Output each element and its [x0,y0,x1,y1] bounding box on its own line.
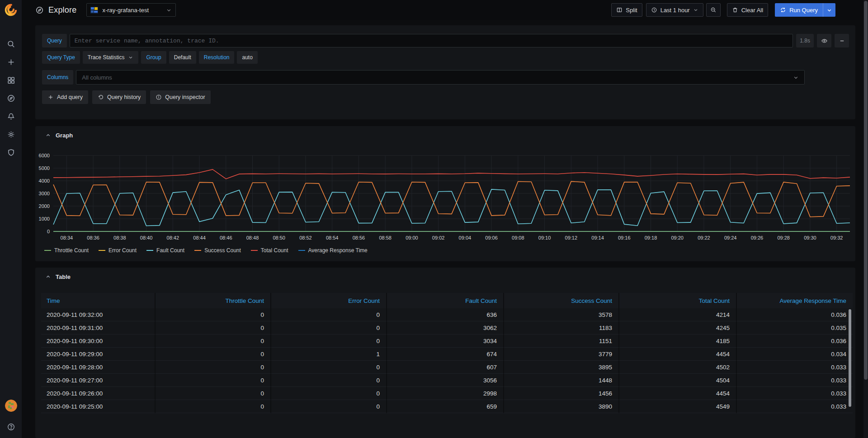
run-query-dropdown-button[interactable] [823,3,835,17]
table-column-header[interactable]: Success Count [504,293,619,308]
legend-color-dash [298,250,305,251]
remove-query-button[interactable] [835,34,849,47]
table-cell: 1183 [504,321,619,334]
legend-label: Success Count [204,247,241,254]
svg-text:4000: 4000 [39,178,50,184]
columns-select[interactable]: All columns [76,70,805,85]
table-header-row: TimeThrottle CountError CountFault Count… [41,293,853,308]
table-column-header[interactable]: Average Response Time [737,293,853,308]
query-label-chip: Query [42,34,67,47]
svg-text:09:24: 09:24 [724,235,737,240]
legend-item[interactable]: Fault Count [146,247,184,254]
table-cell: 2020-09-11 09:32:00 [41,308,156,321]
table-cell: 2998 [387,387,504,400]
sync-icon [780,7,786,13]
svg-text:6000: 6000 [39,153,50,158]
grafana-flame-icon [4,3,18,17]
table-panel-title: Table [56,273,71,280]
time-range-button[interactable]: Last 1 hour [646,3,703,17]
chevron-down-icon [166,7,172,13]
configuration-gear-icon[interactable] [3,128,19,140]
table-column-header[interactable]: Fault Count [387,293,504,308]
svg-text:09:08: 09:08 [512,235,524,240]
split-button[interactable]: Split [611,3,642,17]
resolution-value-chip[interactable]: auto [237,51,257,64]
table-cell: 0.033 [737,374,853,387]
legend-item[interactable]: Total Count [251,247,288,254]
table-cell: 4502 [619,361,737,374]
legend-item[interactable]: Success Count [194,247,241,254]
table-scrollbar-thumb[interactable] [849,309,851,407]
dashboards-icon[interactable] [3,74,19,86]
table-cell: 0 [271,361,387,374]
table-row: 2020-09-11 09:31:00003062118342450.035 [41,321,853,334]
table-scrollbar [849,309,851,434]
svg-text:5000: 5000 [39,165,50,171]
table-cell: 1151 [504,334,619,348]
table-panel-header[interactable]: Table [35,268,855,280]
query-elapsed-badge: 1.8s [796,34,814,47]
search-icon[interactable] [3,38,19,50]
table-column-header[interactable]: Error Count [271,293,387,308]
zoom-out-button[interactable] [706,3,721,17]
collapse-chevron-up-icon [45,132,51,138]
grafana-logo[interactable] [0,0,22,20]
svg-text:08:58: 08:58 [379,235,392,240]
legend-color-dash [146,250,153,251]
legend-item[interactable]: Average Response Time [298,247,368,254]
table-column-header[interactable]: Time [41,293,156,308]
legend-item[interactable]: Throttle Count [44,247,89,254]
table-cell: 0.036 [737,334,853,348]
add-icon[interactable] [3,56,19,68]
legend-label: Error Count [108,247,137,254]
table-column-header[interactable]: Total Count [619,293,737,308]
query-history-button[interactable]: Query history [92,90,146,104]
add-query-button[interactable]: Add query [42,90,88,104]
user-avatar[interactable] [5,400,17,412]
avatar-image [5,400,17,412]
query-visibility-button[interactable] [817,34,831,47]
graph-panel-header[interactable]: Graph [35,126,855,139]
svg-text:09:26: 09:26 [751,235,764,240]
svg-text:3000: 3000 [39,191,50,196]
plus-icon [47,94,54,100]
zoom-out-icon [710,7,717,13]
run-query-button[interactable]: Run Query [775,3,823,17]
page-title: Explore [48,5,76,15]
query-input[interactable] [70,34,793,47]
datasource-logo-icon [90,7,98,14]
info-circle-icon [156,94,162,100]
datasource-picker[interactable]: x-ray-grafana-test [86,3,176,17]
table-cell: 0 [271,308,387,321]
window-scrollbar-thumb[interactable] [864,1,868,380]
legend-label: Throttle Count [54,247,89,254]
table-cell: 0 [271,387,387,400]
table-cell: 0 [271,374,387,387]
clear-all-button[interactable]: Clear All [727,3,768,17]
svg-text:08:44: 08:44 [193,235,206,240]
explore-compass-icon[interactable] [3,92,19,104]
svg-text:09:04: 09:04 [459,235,472,240]
table-cell: 4245 [619,321,737,334]
graph-panel: Graph 08:3408:3608:3808:4008:4208:4408:4… [35,126,855,261]
timeseries-chart[interactable]: 08:3408:3608:3808:4008:4208:4408:4608:48… [35,144,855,246]
table-cell: 0.035 [737,321,853,334]
legend-color-dash [99,250,105,251]
table-column-header[interactable]: Throttle Count [156,293,271,308]
table-cell: 0 [156,348,271,361]
admin-shield-icon[interactable] [3,146,19,158]
group-value-chip[interactable]: Default [169,51,196,64]
columns-placeholder: All columns [82,74,112,81]
help-icon[interactable] [3,421,19,433]
legend-item[interactable]: Error Count [99,247,137,254]
query-inspector-button[interactable]: Query inspector [150,90,210,104]
legend-color-dash [194,250,201,251]
table-cell: 4185 [619,334,737,348]
query-type-select[interactable]: Trace Statistics [83,51,139,64]
svg-text:08:34: 08:34 [61,235,73,240]
alerting-bell-icon[interactable] [3,110,19,122]
table-cell: 4504 [619,374,737,387]
table-cell: 2020-09-11 09:30:00 [41,334,156,348]
svg-text:09:06: 09:06 [485,235,498,240]
table-cell: 0 [156,334,271,348]
